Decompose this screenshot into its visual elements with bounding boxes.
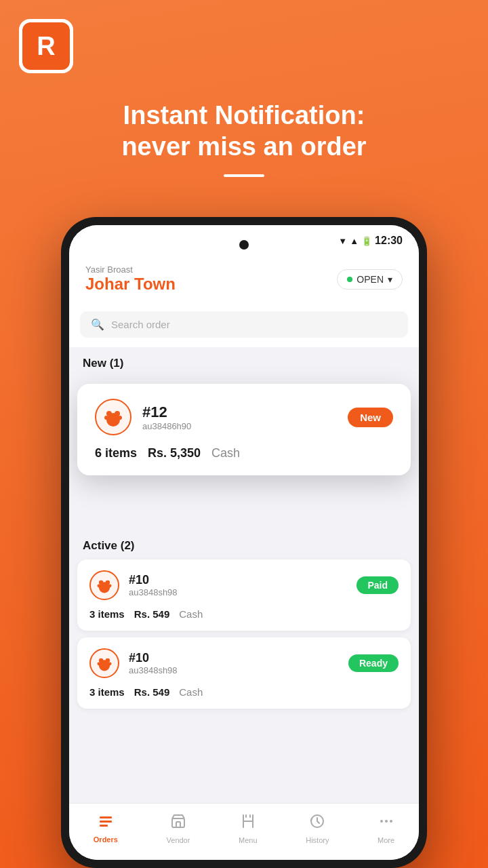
svg-point-21 xyxy=(380,820,383,823)
svg-point-2 xyxy=(115,411,120,416)
header-section: Instant Notification: never miss an orde… xyxy=(0,100,488,177)
svg-point-7 xyxy=(106,580,110,585)
featured-order-card[interactable]: #12 au38486h90 New 6 items Rs. 5,350 Cas… xyxy=(77,384,411,475)
signal-icon: ▲ xyxy=(350,236,359,246)
order-items-count: 6 items xyxy=(95,446,137,460)
header-title: Instant Notification: never miss an orde… xyxy=(0,100,488,162)
ready-badge: Ready xyxy=(348,654,399,672)
active-section-header: Active (2) xyxy=(69,530,419,559)
svg-point-13 xyxy=(97,662,100,665)
active-order-amount-1: Rs. 549 xyxy=(134,608,170,620)
svg-rect-15 xyxy=(100,816,112,818)
search-input[interactable]: Search order xyxy=(111,319,170,330)
nav-menu[interactable]: Menu xyxy=(239,813,258,844)
svg-point-6 xyxy=(99,580,104,585)
restaurant-sub-name: Yasir Broast xyxy=(85,264,176,275)
svg-point-1 xyxy=(106,411,112,416)
svg-rect-19 xyxy=(176,822,180,827)
phone-frame: ▼ ▲ 🔋 12:30 Yasir Broast Johar Town OPEN… xyxy=(61,217,427,868)
nav-history-label: History xyxy=(306,836,329,844)
nav-orders-label: Orders xyxy=(94,835,118,844)
nav-vendor[interactable]: Vendor xyxy=(167,813,190,844)
battery-icon: 🔋 xyxy=(361,236,372,246)
restaurant-main-name: Johar Town xyxy=(85,275,176,294)
chevron-down-icon: ▾ xyxy=(388,274,392,285)
nav-vendor-label: Vendor xyxy=(167,836,190,844)
brand-avatar-lg xyxy=(95,399,131,435)
svg-point-3 xyxy=(104,416,108,420)
new-section-header: New (1) xyxy=(69,347,419,377)
active-order-ref-1: au3848sh98 xyxy=(129,587,178,597)
svg-point-12 xyxy=(106,658,110,663)
active-order-id-2: #10 xyxy=(129,651,178,665)
search-icon: 🔍 xyxy=(91,318,104,331)
order-id: #12 xyxy=(142,403,191,421)
svg-point-4 xyxy=(118,416,122,420)
nav-history[interactable]: History xyxy=(306,813,329,844)
status-bar: ▼ ▲ 🔋 12:30 xyxy=(69,225,419,255)
svg-rect-17 xyxy=(100,825,108,827)
order-amount: Rs. 5,350 xyxy=(148,446,201,460)
active-order-payment-1: Cash xyxy=(179,608,203,620)
header-divider xyxy=(224,174,264,177)
active-order-card-1[interactable]: #10 au3848sh98 Paid 3 items Rs. 549 Cash xyxy=(77,559,411,631)
status-label: OPEN xyxy=(357,274,384,285)
active-order-ref-2: au3848sh98 xyxy=(129,665,178,675)
brand-avatar xyxy=(89,570,119,600)
status-time: 12:30 xyxy=(375,235,403,247)
vendor-icon xyxy=(170,813,186,833)
history-icon xyxy=(309,813,325,833)
paid-badge: Paid xyxy=(357,576,399,594)
app-logo: R xyxy=(19,19,73,73)
active-section: Active (2) xyxy=(69,530,419,709)
status-icons: ▼ ▲ 🔋 12:30 xyxy=(338,235,403,247)
restaurant-info: Yasir Broast Johar Town xyxy=(85,264,176,294)
svg-point-9 xyxy=(108,584,112,587)
orders-icon xyxy=(98,814,114,833)
brand-avatar-2 xyxy=(89,648,119,678)
svg-point-8 xyxy=(97,584,100,587)
svg-rect-18 xyxy=(172,818,184,827)
active-order-payment-2: Cash xyxy=(179,686,203,698)
nav-orders[interactable]: Orders xyxy=(94,814,118,844)
camera-notch xyxy=(239,240,249,250)
search-section: 🔍 Search order xyxy=(69,304,419,347)
order-ref: au38486h90 xyxy=(142,421,191,431)
status-dot xyxy=(347,277,352,282)
search-bar[interactable]: 🔍 Search order xyxy=(80,311,408,338)
nav-more-label: More xyxy=(378,836,394,844)
more-icon xyxy=(378,813,394,833)
app-header: Yasir Broast Johar Town OPEN ▾ xyxy=(69,255,419,304)
nav-menu-label: Menu xyxy=(239,836,258,844)
order-payment: Cash xyxy=(211,446,240,460)
nav-more[interactable]: More xyxy=(378,813,394,844)
open-status-badge[interactable]: OPEN ▾ xyxy=(337,269,403,290)
svg-rect-16 xyxy=(100,821,112,823)
bottom-nav: Orders Vendor Menu xyxy=(69,803,419,860)
svg-point-11 xyxy=(99,658,104,663)
logo-letter: R xyxy=(37,33,55,59)
svg-point-23 xyxy=(390,820,392,823)
svg-point-14 xyxy=(108,662,112,665)
active-order-items-2: 3 items xyxy=(89,686,125,698)
new-badge: New xyxy=(348,408,393,427)
active-order-card-2[interactable]: #10 au3848sh98 Ready 3 items Rs. 549 Cas… xyxy=(77,637,411,709)
orders-content: New (1) xyxy=(69,347,419,860)
active-order-id-1: #10 xyxy=(129,573,178,587)
wifi-icon: ▼ xyxy=(338,236,347,246)
active-order-items-1: 3 items xyxy=(89,608,125,620)
menu-icon xyxy=(240,813,256,833)
active-order-amount-2: Rs. 549 xyxy=(134,686,170,698)
svg-point-22 xyxy=(385,820,388,823)
phone-screen: ▼ ▲ 🔋 12:30 Yasir Broast Johar Town OPEN… xyxy=(69,225,419,860)
